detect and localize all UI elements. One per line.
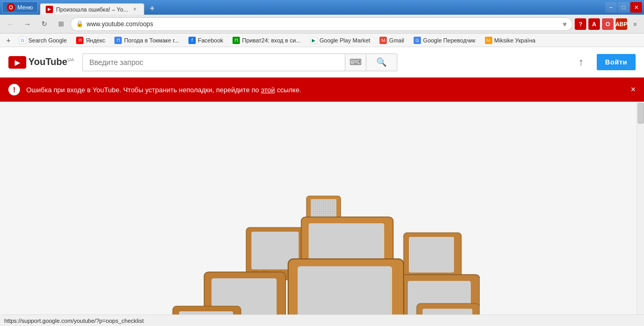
- apps-button[interactable]: ⊞: [54, 17, 68, 31]
- youtube-search-input[interactable]: [82, 53, 345, 71]
- error-exclamation-icon: !: [8, 84, 20, 95]
- error-message-suffix: ссылке.: [275, 86, 301, 94]
- bookmark-google-translate[interactable]: G Google Переводчик: [409, 35, 480, 46]
- forward-button[interactable]: →: [20, 17, 35, 31]
- title-bar: O Меню ▶ Произошла ошибка! – Yo... × + −…: [0, 0, 644, 15]
- address-input[interactable]: [87, 20, 559, 28]
- bookmark-yandex-favicon: Я: [76, 37, 83, 44]
- error-banner: ! Ошибка при входе в YouTube. Чтобы устр…: [0, 78, 644, 102]
- upload-button[interactable]: ↑: [572, 53, 590, 72]
- svg-rect-14: [409, 237, 454, 273]
- bookmark-miksike[interactable]: M Miksike Україна: [481, 35, 540, 46]
- bookmarks-add-button[interactable]: +: [3, 35, 14, 46]
- bookmark-miksike-label: Miksike Україна: [494, 37, 536, 44]
- minimize-button[interactable]: −: [605, 2, 617, 13]
- close-button[interactable]: ✕: [630, 2, 642, 13]
- bookmark-yandex[interactable]: Я Яндекс: [72, 35, 109, 46]
- scrollbar[interactable]: [637, 102, 644, 314]
- youtube-header-right: ↑ Войти: [572, 53, 636, 72]
- ext-icon-abp[interactable]: ABP: [616, 18, 627, 30]
- youtube-logo[interactable]: ▶ YouTubeUA: [8, 56, 74, 69]
- bookmark-privat24-label: Приват24: вход в си...: [242, 37, 300, 44]
- tab-favicon: ▶: [46, 6, 53, 13]
- ext-icon-2[interactable]: A: [588, 18, 600, 30]
- content-area: ▶ YouTubeUA ⌨ 🔍 ↑ Войти ! Ошибка при вхо…: [0, 47, 644, 314]
- opera-icon: O: [7, 3, 15, 12]
- bookmark-privat24[interactable]: П Приват24: вход в си...: [228, 35, 304, 46]
- nav-bar: ← → ↻ ⊞ 🔒 ♥ ? A O ABP ≡: [0, 15, 644, 34]
- address-bar[interactable]: 🔒 ♥: [70, 17, 573, 31]
- bookmark-search-google[interactable]: G Search Google: [15, 35, 71, 46]
- bookmark-facebook-label: Facebook: [198, 37, 223, 44]
- error-link[interactable]: этой: [261, 86, 275, 94]
- youtube-header: ▶ YouTubeUA ⌨ 🔍 ↑ Войти: [0, 47, 644, 78]
- tab-title: Произошла ошибка! – Yo...: [56, 6, 128, 13]
- tab-close-button[interactable]: ×: [131, 6, 139, 13]
- bookmark-gmail-label: Gmail: [389, 37, 404, 44]
- bookmark-google-label: Search Google: [28, 37, 67, 44]
- ext-icon-1[interactable]: ?: [575, 18, 586, 30]
- status-url: https://support.google.com/youtube/?p=oo…: [4, 318, 144, 324]
- nav-right-icons: ? A O ABP ≡: [575, 18, 641, 30]
- tv-stack-svg: [165, 191, 480, 314]
- bookmark-pogoda[interactable]: П Погода в Токмаке г...: [110, 35, 183, 46]
- bookmark-pogoda-favicon: П: [114, 37, 122, 44]
- lock-icon: 🔒: [76, 20, 83, 27]
- active-tab[interactable]: ▶ Произошла ошибка! – Yo... ×: [40, 3, 144, 15]
- tv-stack-area: [0, 102, 644, 314]
- ext-icon-opera[interactable]: O: [602, 18, 614, 30]
- youtube-search-area: ⌨ 🔍: [82, 53, 397, 71]
- bookmark-icon[interactable]: ♥: [563, 20, 567, 28]
- keyboard-icon[interactable]: ⌨: [345, 53, 366, 71]
- back-button[interactable]: ←: [3, 17, 18, 31]
- bookmark-privat24-favicon: П: [233, 37, 240, 44]
- new-tab-button[interactable]: +: [146, 3, 158, 14]
- svg-rect-38: [298, 266, 392, 314]
- bookmark-pogoda-label: Погода в Токмаке г...: [124, 37, 179, 44]
- bookmark-miksike-favicon: M: [485, 37, 492, 44]
- error-message-prefix: Ошибка при входе в YouTube. Чтобы устран…: [26, 86, 261, 94]
- svg-rect-50: [423, 309, 472, 314]
- signin-button[interactable]: Войти: [597, 54, 636, 70]
- bookmark-facebook[interactable]: f Facebook: [184, 35, 227, 46]
- bookmark-gplay-favicon: ▶: [310, 37, 318, 44]
- bookmark-gmail-favicon: M: [379, 37, 387, 44]
- tab-bar: ▶ Произошла ошибка! – Yo... × +: [40, 0, 603, 15]
- bookmark-gplay-label: Google Play Market: [320, 37, 371, 44]
- bookmark-google-favicon: G: [19, 37, 26, 44]
- bookmark-gtranslate-label: Google Переводчик: [423, 37, 476, 44]
- youtube-logo-text: YouTubeUA: [28, 57, 74, 68]
- window-controls: − □ ✕: [605, 2, 642, 13]
- error-message-text: Ошибка при входе в YouTube. Чтобы устран…: [26, 86, 636, 94]
- maximize-button[interactable]: □: [618, 2, 629, 13]
- bookmark-gmail[interactable]: M Gmail: [375, 35, 408, 46]
- menu-label: Меню: [17, 4, 33, 10]
- bookmark-yandex-label: Яндекс: [86, 37, 105, 44]
- svg-rect-2: [311, 199, 336, 219]
- bookmarks-bar: + G Search Google Я Яндекс П Погода в То…: [0, 34, 644, 47]
- ext-icon-menu[interactable]: ≡: [629, 18, 641, 30]
- bookmark-google-play[interactable]: ▶ Google Play Market: [306, 35, 375, 46]
- youtube-logo-icon: ▶: [8, 56, 26, 69]
- scrollbar-thumb[interactable]: [638, 103, 644, 124]
- status-bar: https://support.google.com/youtube/?p=oo…: [0, 314, 644, 326]
- svg-rect-44: [179, 311, 233, 314]
- search-button[interactable]: 🔍: [366, 53, 397, 71]
- error-close-button[interactable]: ×: [631, 85, 636, 94]
- reload-button[interactable]: ↻: [37, 17, 51, 31]
- opera-menu-button[interactable]: O Меню: [2, 2, 38, 13]
- bookmark-gtranslate-favicon: G: [414, 37, 421, 44]
- bookmark-facebook-favicon: f: [188, 37, 196, 44]
